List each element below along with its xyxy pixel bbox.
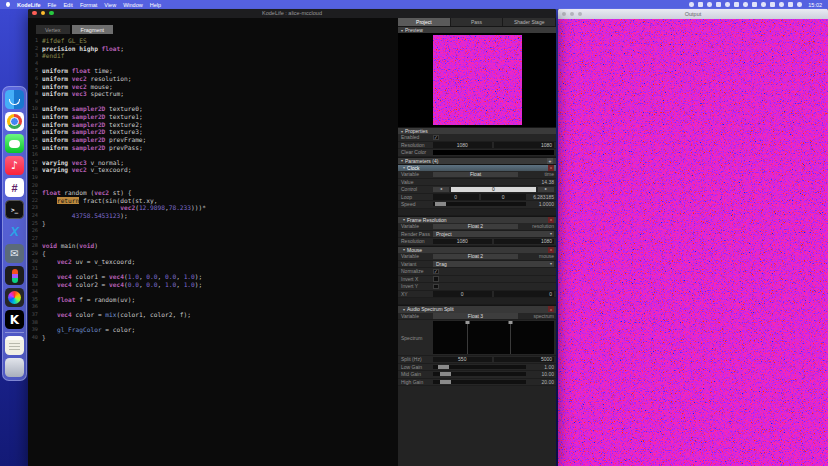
- clear-color-swatch[interactable]: [433, 150, 554, 156]
- menu-item-window[interactable]: Window: [123, 2, 143, 8]
- tab-project[interactable]: Project: [398, 18, 451, 26]
- vscode-dock-icon[interactable]: [5, 222, 24, 241]
- resolution-width-field[interactable]: 1080: [433, 142, 492, 148]
- remove-frame-resolution-button[interactable]: x: [548, 217, 554, 223]
- mouse-x-field[interactable]: 0: [433, 291, 492, 297]
- reset-clock-button[interactable]: 0: [451, 187, 536, 193]
- loop-start-field[interactable]: 0: [433, 194, 479, 200]
- menu-item-view[interactable]: View: [104, 2, 116, 8]
- mouse-param-header[interactable]: ▾ Mouse x: [398, 246, 556, 254]
- preview-section-header[interactable]: ▾ Preview: [398, 26, 556, 33]
- invert-y-checkbox[interactable]: [433, 284, 439, 290]
- menu-status-icon[interactable]: [725, 2, 730, 7]
- menu-status-icon[interactable]: [770, 2, 775, 7]
- menu-item-edit[interactable]: Edit: [63, 2, 72, 8]
- play-button[interactable]: ►: [538, 187, 554, 193]
- notes-dock-icon[interactable]: [5, 336, 24, 355]
- menu-status-icon[interactable]: [779, 2, 784, 7]
- menu-item-kodelife[interactable]: KodeLife: [17, 2, 41, 8]
- remove-mouse-button[interactable]: x: [548, 247, 554, 253]
- code-text: vec4 color1 = vec4(1.0, 0.0, 0.0, 1.0);: [42, 273, 202, 281]
- shader-code-editor[interactable]: Vertex Fragment 1#ifdef GL_ES2precision …: [28, 18, 398, 466]
- menu-item-help[interactable]: Help: [150, 2, 161, 8]
- audio-spectrum-param-header[interactable]: ▾ Audio Spectrum Split x: [398, 305, 556, 313]
- parameters-section-header[interactable]: ▾ Parameters (4) +: [398, 157, 556, 164]
- spectrum-display[interactable]: [433, 321, 554, 354]
- slider-handle[interactable]: [440, 372, 451, 376]
- tab-fragment[interactable]: Fragment: [72, 25, 114, 34]
- menu-status-icon[interactable]: [761, 2, 766, 7]
- properties-section-header[interactable]: ▾ Properties: [398, 127, 556, 134]
- menu-status-icon[interactable]: [788, 2, 793, 7]
- split-low-field[interactable]: 550: [433, 357, 492, 363]
- menu-status-icon[interactable]: [716, 2, 721, 7]
- normalize-checkbox[interactable]: ✓: [433, 269, 439, 275]
- disclosure-triangle-icon: ▾: [401, 129, 403, 134]
- split-handle[interactable]: [465, 321, 469, 324]
- line-number: 32: [28, 273, 38, 281]
- frame-height-field[interactable]: 1080: [494, 239, 555, 245]
- speed-slider[interactable]: [433, 202, 526, 206]
- menu-status-icon[interactable]: [752, 2, 757, 7]
- window-title-bar[interactable]: KodeLife : alice-mccloud: [28, 8, 556, 18]
- menu-status-icon[interactable]: [797, 2, 802, 7]
- menu-status-icon[interactable]: [689, 2, 694, 7]
- frame-resolution-param-header[interactable]: ▾ Frame Resolution x: [398, 216, 556, 224]
- menu-status-icon[interactable]: [698, 2, 703, 7]
- mouse-y-field[interactable]: 0: [494, 291, 555, 297]
- add-parameter-button[interactable]: +: [547, 158, 553, 164]
- render-pass-dropdown[interactable]: Project ▾: [433, 231, 554, 237]
- split-high-field[interactable]: 5000: [494, 357, 555, 363]
- tab-pass[interactable]: Pass: [451, 18, 504, 26]
- split-divider[interactable]: [467, 321, 468, 354]
- enabled-checkbox[interactable]: ✓: [433, 135, 439, 141]
- line-number: 23: [28, 204, 38, 212]
- variant-dropdown[interactable]: Drag ▾: [433, 261, 554, 267]
- spectrum-label: Spectrum: [401, 335, 431, 341]
- chrome-dock-icon[interactable]: [5, 112, 24, 131]
- menu-item-format[interactable]: Format: [80, 2, 97, 8]
- frame-resolution-type-dropdown[interactable]: Float 2: [433, 224, 518, 230]
- photos-dock-icon[interactable]: [5, 288, 24, 307]
- high-gain-slider[interactable]: [433, 380, 526, 384]
- mouse-type-dropdown[interactable]: Float 2: [433, 254, 518, 260]
- clock-param-header[interactable]: ▾ Clock x: [398, 164, 556, 172]
- loop-end-value[interactable]: 6.283185: [528, 194, 554, 200]
- terminal-dock-icon[interactable]: [5, 200, 24, 219]
- finder-dock-icon[interactable]: [5, 90, 24, 109]
- frame-width-field[interactable]: 1080: [433, 239, 492, 245]
- disclosure-triangle-icon: ▾: [401, 158, 403, 163]
- menu-item-file[interactable]: File: [48, 2, 57, 8]
- invert-x-checkbox[interactable]: [433, 276, 439, 282]
- menu-status-icon[interactable]: [743, 2, 748, 7]
- mail-dock-icon[interactable]: [5, 244, 24, 263]
- slider-handle[interactable]: [438, 365, 449, 369]
- menu-status-icon[interactable]: [734, 2, 739, 7]
- tab-vertex[interactable]: Vertex: [36, 25, 70, 34]
- trash-dock-icon[interactable]: [5, 358, 24, 377]
- music-dock-icon[interactable]: [5, 156, 24, 175]
- audio-type-dropdown[interactable]: Float 3: [433, 313, 518, 319]
- slider-handle[interactable]: [435, 202, 446, 206]
- loop-current-field[interactable]: 0: [481, 194, 527, 200]
- split-handle[interactable]: [509, 321, 513, 324]
- resolution-height-field[interactable]: 1080: [494, 142, 555, 148]
- low-gain-slider[interactable]: [433, 365, 526, 369]
- rewind-button[interactable]: ◄: [433, 187, 449, 193]
- clock-type-dropdown[interactable]: Float: [433, 172, 518, 178]
- code-lines[interactable]: 1#ifdef GL_ES2precision highp float;3#en…: [28, 37, 398, 341]
- slack-dock-icon[interactable]: [5, 178, 24, 197]
- slider-handle[interactable]: [440, 380, 451, 384]
- split-divider[interactable]: [510, 321, 511, 354]
- tab-shader-stage[interactable]: Shader Stage: [503, 18, 556, 26]
- menu-status-icon[interactable]: [707, 2, 712, 7]
- apple-menu-icon[interactable]: [6, 2, 10, 7]
- kodelife-dock-icon[interactable]: [5, 310, 24, 329]
- messages-dock-icon[interactable]: [5, 134, 24, 153]
- mid-gain-slider[interactable]: [433, 372, 526, 376]
- figma-dock-icon[interactable]: [5, 266, 24, 285]
- output-title-bar[interactable]: Output: [558, 8, 828, 19]
- remove-clock-button[interactable]: x: [548, 165, 554, 171]
- frame-resolution-title: Frame Resolution: [407, 217, 446, 223]
- remove-audio-spectrum-button[interactable]: x: [548, 306, 554, 312]
